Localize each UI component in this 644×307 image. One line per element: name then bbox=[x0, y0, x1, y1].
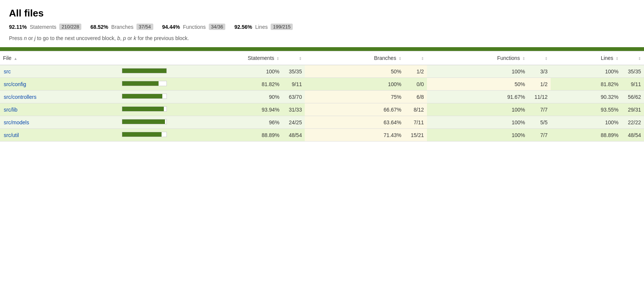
file-cell: src bbox=[0, 65, 117, 78]
coverage-table: File ▲ Statements ⇕ ⇕ Branches ⇕ ⇕ bbox=[0, 51, 644, 142]
functions-badge: 34/36 bbox=[209, 24, 226, 30]
branches-sort-icon: ⇕ bbox=[398, 57, 401, 61]
file-link[interactable]: src/config bbox=[4, 81, 26, 87]
bar-fill bbox=[122, 119, 165, 124]
line-pct: 100% bbox=[551, 116, 622, 129]
stmt-pct: 81.82% bbox=[170, 78, 282, 91]
branch-pct: 71.43% bbox=[305, 129, 404, 142]
file-link[interactable]: src/controllers bbox=[4, 94, 36, 100]
file-link[interactable]: src bbox=[4, 69, 11, 75]
stmt-count: 63/70 bbox=[282, 91, 305, 103]
stmt-count: 9/11 bbox=[282, 78, 305, 91]
col-header-branches-count[interactable]: ⇕ bbox=[404, 51, 427, 65]
bar-fill bbox=[122, 107, 164, 111]
branch-count: 6/8 bbox=[404, 91, 427, 103]
file-cell: src/controllers bbox=[0, 91, 117, 103]
branches-label: Branches bbox=[111, 24, 133, 30]
functions-pct: 94.44% bbox=[162, 24, 180, 30]
file-cell: src/util bbox=[0, 129, 117, 142]
line-pct: 90.32% bbox=[551, 91, 622, 103]
lines-sort-icon: ⇕ bbox=[616, 57, 619, 61]
fn-pct: 91.67% bbox=[427, 91, 528, 103]
table-header-row: File ▲ Statements ⇕ ⇕ Branches ⇕ ⇕ bbox=[0, 51, 644, 65]
summary-statements: 92.11% Statements 210/228 bbox=[9, 24, 81, 30]
functions-count-sort-icon: ⇕ bbox=[545, 57, 548, 61]
file-link[interactable]: src/util bbox=[4, 132, 19, 138]
lines-pct: 92.56% bbox=[234, 24, 252, 30]
col-header-functions[interactable]: Functions ⇕ bbox=[427, 51, 528, 65]
branches-count-sort-icon: ⇕ bbox=[421, 57, 424, 61]
stmt-count: 48/54 bbox=[282, 129, 305, 142]
file-link[interactable]: src/models bbox=[4, 119, 29, 125]
table-row: src/controllers90%63/7075%6/891.67%11/12… bbox=[0, 91, 644, 103]
fn-count: 1/2 bbox=[528, 78, 551, 91]
file-link[interactable]: src/lib bbox=[4, 107, 18, 113]
bar-cell bbox=[117, 91, 170, 103]
branch-pct: 66.67% bbox=[305, 103, 404, 116]
help-text: Press n or j to go to the next uncovered… bbox=[9, 35, 635, 47]
fn-count: 7/7 bbox=[528, 103, 551, 116]
statements-badge: 210/228 bbox=[59, 24, 81, 30]
fn-pct: 100% bbox=[427, 103, 528, 116]
stmt-pct: 88.89% bbox=[170, 129, 282, 142]
statements-label: Statements bbox=[30, 24, 56, 30]
line-pct: 93.55% bbox=[551, 103, 622, 116]
branch-pct: 75% bbox=[305, 91, 404, 103]
line-count: 22/22 bbox=[622, 116, 644, 129]
table-row: src/config81.82%9/11100%0/050%1/281.82%9… bbox=[0, 78, 644, 91]
table-row: src/lib93.94%31/3366.67%8/12100%7/793.55… bbox=[0, 103, 644, 116]
summary-functions: 94.44% Functions 34/36 bbox=[162, 24, 226, 30]
line-pct: 88.89% bbox=[551, 129, 622, 142]
summary-lines: 92.56% Lines 199/215 bbox=[234, 24, 293, 30]
bar-fill bbox=[122, 132, 162, 137]
table-row: src/models96%24/2563.64%7/11100%5/5100%2… bbox=[0, 116, 644, 129]
functions-sort-icon: ⇕ bbox=[522, 57, 525, 61]
fn-count: 3/3 bbox=[528, 65, 551, 78]
statements-count-sort-icon: ⇕ bbox=[299, 57, 302, 61]
coverage-table-container: File ▲ Statements ⇕ ⇕ Branches ⇕ ⇕ bbox=[0, 51, 644, 142]
fn-pct: 100% bbox=[427, 65, 528, 78]
file-cell: src/config bbox=[0, 78, 117, 91]
col-header-statements[interactable]: Statements ⇕ bbox=[170, 51, 282, 65]
table-row: src/util88.89%48/5471.43%15/21100%7/788.… bbox=[0, 129, 644, 142]
col-header-bar bbox=[117, 51, 170, 65]
bar-cell bbox=[117, 103, 170, 116]
col-header-functions-count[interactable]: ⇕ bbox=[528, 51, 551, 65]
summary-branches: 68.52% Branches 37/54 bbox=[90, 24, 153, 30]
col-header-file[interactable]: File ▲ bbox=[0, 51, 117, 65]
branch-pct: 63.64% bbox=[305, 116, 404, 129]
branch-pct: 100% bbox=[305, 78, 404, 91]
fn-count: 11/12 bbox=[528, 91, 551, 103]
line-count: 35/35 bbox=[622, 65, 644, 78]
functions-label: Functions bbox=[183, 24, 206, 30]
fn-count: 7/7 bbox=[528, 129, 551, 142]
branches-pct: 68.52% bbox=[90, 24, 108, 30]
file-sort-icon: ▲ bbox=[13, 57, 17, 61]
col-header-lines-count[interactable]: ⇕ bbox=[622, 51, 644, 65]
line-count: 48/54 bbox=[622, 129, 644, 142]
stmt-count: 31/33 bbox=[282, 103, 305, 116]
bar-fill bbox=[122, 69, 166, 73]
branch-count: 1/2 bbox=[404, 65, 427, 78]
stmt-pct: 96% bbox=[170, 116, 282, 129]
bar-cell bbox=[117, 78, 170, 91]
line-pct: 100% bbox=[551, 65, 622, 78]
coverage-bar bbox=[0, 47, 644, 51]
statements-pct: 92.11% bbox=[9, 24, 27, 30]
branch-count: 0/0 bbox=[404, 78, 427, 91]
bar-fill bbox=[122, 81, 159, 86]
lines-label: Lines bbox=[255, 24, 268, 30]
line-count: 56/62 bbox=[622, 91, 644, 103]
col-header-branches[interactable]: Branches ⇕ bbox=[305, 51, 404, 65]
fn-count: 5/5 bbox=[528, 116, 551, 129]
col-header-statements-count[interactable]: ⇕ bbox=[282, 51, 305, 65]
statements-sort-icon: ⇕ bbox=[276, 57, 279, 61]
branch-count: 7/11 bbox=[404, 116, 427, 129]
bar-fill bbox=[122, 94, 162, 98]
bar-cell bbox=[117, 65, 170, 78]
branch-count: 15/21 bbox=[404, 129, 427, 142]
bar-cell bbox=[117, 129, 170, 142]
col-header-lines[interactable]: Lines ⇕ bbox=[551, 51, 622, 65]
stmt-count: 35/35 bbox=[282, 65, 305, 78]
file-cell: src/models bbox=[0, 116, 117, 129]
